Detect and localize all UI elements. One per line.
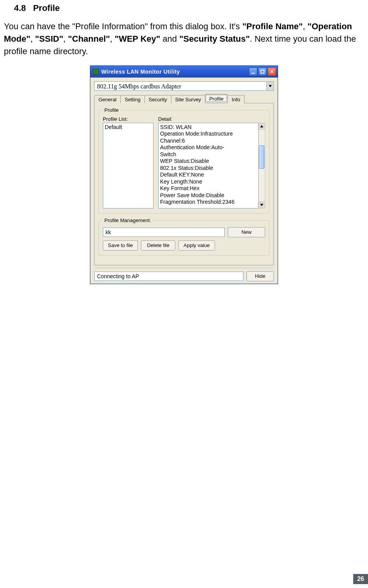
chevron-down-icon bbox=[269, 85, 272, 87]
detail-line: Channel:6 bbox=[160, 138, 257, 145]
detail-line: Switch bbox=[160, 151, 257, 158]
detail-line: Authentication Mode:Auto- bbox=[160, 144, 257, 151]
close-icon bbox=[270, 69, 274, 74]
maximize-button[interactable] bbox=[258, 67, 267, 76]
detail-line: Power Save Mode:Disable bbox=[160, 192, 257, 199]
profile-group: Profile Profile List: Default Detail: bbox=[99, 107, 269, 214]
minimize-button[interactable] bbox=[249, 67, 257, 76]
scroll-up-button[interactable] bbox=[259, 123, 265, 130]
scroll-thumb[interactable] bbox=[259, 145, 264, 169]
apply-value-button[interactable]: Apply value bbox=[178, 240, 215, 251]
detail-line: Key Length:None bbox=[160, 178, 257, 185]
section-title: Profile bbox=[33, 3, 60, 13]
profile-list-item[interactable]: Default bbox=[105, 124, 151, 130]
tab-site-survey[interactable]: Site Survey bbox=[171, 95, 205, 103]
section-heading: 4.8 Profile bbox=[14, 3, 364, 13]
detail-line: SSID: WLAN bbox=[160, 124, 257, 131]
chevron-up-icon bbox=[260, 125, 263, 127]
scroll-track[interactable] bbox=[259, 130, 265, 201]
status-bar: Connecting to AP Hide bbox=[94, 271, 274, 281]
maximize-icon bbox=[261, 70, 264, 74]
close-button[interactable] bbox=[268, 67, 276, 76]
tab-bar: General Setting Security Site Survey Pro… bbox=[94, 94, 274, 103]
intro-paragraph: You can have the "Profile Information" f… bbox=[4, 20, 364, 58]
tab-general[interactable]: General bbox=[94, 95, 121, 103]
detail-scrollbar[interactable] bbox=[259, 123, 265, 208]
detail-line: Default KEY:None bbox=[160, 171, 257, 178]
save-to-file-button[interactable]: Save to file bbox=[103, 240, 138, 251]
tab-profile[interactable]: Profile bbox=[205, 94, 228, 103]
profile-list[interactable]: Default bbox=[103, 123, 153, 208]
tab-info[interactable]: Info bbox=[227, 95, 245, 103]
adapter-combo-button[interactable] bbox=[266, 82, 273, 90]
profile-management-group: Profile Management: New Save to file Del… bbox=[99, 217, 269, 256]
detail-line: WEP Status:Disable bbox=[160, 158, 257, 165]
minimize-icon bbox=[251, 73, 255, 74]
adapter-combo-text: 802.11g 54Mbps cardbus Adapter bbox=[95, 82, 266, 90]
new-button[interactable]: New bbox=[228, 227, 265, 237]
delete-file-button[interactable]: Delete file bbox=[141, 240, 175, 251]
tab-security[interactable]: Security bbox=[144, 95, 171, 103]
hide-button[interactable]: Hide bbox=[247, 271, 274, 281]
chevron-down-icon bbox=[260, 204, 263, 206]
titlebar[interactable]: Wireless LAN Monitor Utility bbox=[90, 66, 278, 78]
detail-line: 802.1x Status:Disable bbox=[160, 165, 257, 172]
detail-line: Key Format:Hex bbox=[160, 185, 257, 192]
adapter-combo[interactable]: 802.11g 54Mbps cardbus Adapter bbox=[94, 81, 274, 91]
detail-label: Detail: bbox=[158, 116, 265, 122]
app-icon bbox=[93, 69, 99, 75]
tab-panel-profile: Profile Profile List: Default Detail: bbox=[94, 103, 274, 265]
profile-name-input[interactable] bbox=[103, 228, 225, 237]
section-number: 4.8 bbox=[14, 3, 26, 13]
detail-box: SSID: WLAN Operation Mode:Infrastructure… bbox=[158, 123, 259, 208]
scroll-down-button[interactable] bbox=[259, 201, 265, 208]
profile-list-label: Profile List: bbox=[103, 116, 153, 122]
profile-group-legend: Profile bbox=[103, 107, 120, 113]
profile-management-legend: Profile Management: bbox=[103, 217, 153, 223]
status-text: Connecting to AP bbox=[94, 272, 243, 281]
app-window: Wireless LAN Monitor Utility 802.11g 54M… bbox=[90, 65, 278, 284]
tab-setting[interactable]: Setting bbox=[120, 95, 144, 103]
detail-line: Fragmentation Threshold:2346 bbox=[160, 199, 257, 206]
page-number: 26 bbox=[353, 574, 368, 584]
divider bbox=[94, 268, 274, 268]
window-title: Wireless LAN Monitor Utility bbox=[101, 69, 249, 75]
detail-line: Operation Mode:Infrastructure bbox=[160, 131, 257, 138]
